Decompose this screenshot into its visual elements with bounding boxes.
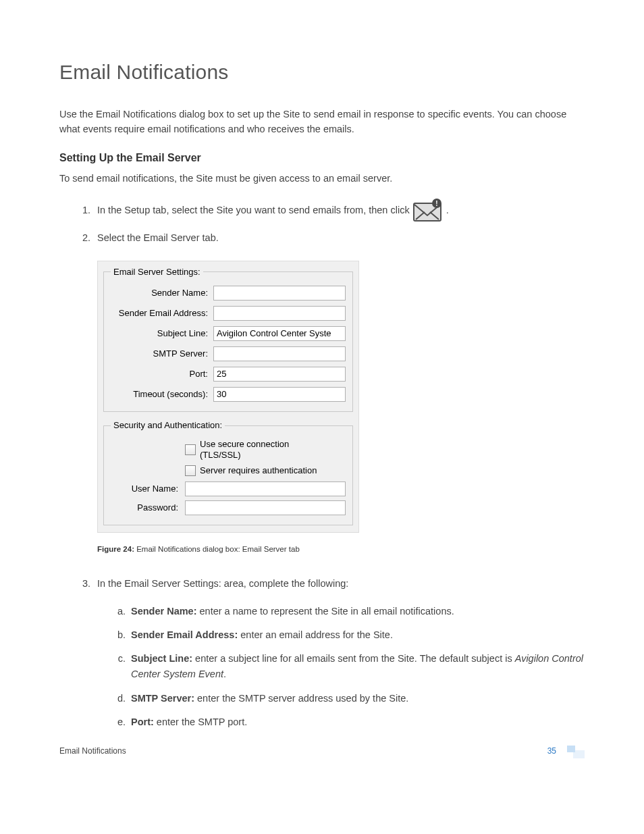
row-port: Port: 25 [111, 367, 346, 382]
input-username[interactable] [185, 481, 346, 496]
figure-caption: Figure 24: Email Notifications dialog bo… [97, 544, 585, 556]
checkbox-requires-auth[interactable] [185, 465, 196, 476]
step-1-text-b: . [446, 203, 449, 217]
sub-b: Sender Email Address: enter an email add… [128, 627, 585, 651]
input-sender-name[interactable] [213, 286, 346, 301]
footer-left: Email Notifications [59, 746, 126, 756]
input-password[interactable] [185, 500, 346, 515]
label-username: User Name: [111, 482, 185, 496]
label-sender-email: Sender Email Address: [111, 307, 213, 320]
label-timeout: Timeout (seconds): [111, 388, 213, 401]
input-smtp[interactable] [213, 346, 346, 361]
sub-d: SMTP Server: enter the SMTP server addre… [128, 691, 585, 714]
email-server-dialog: Email Server Settings: Sender Name: Send… [97, 261, 359, 533]
section-intro: To send email notifications, the Site mu… [59, 171, 585, 186]
sub-c: Subject Line: enter a subject line for a… [128, 651, 585, 690]
sub-a: Sender Name: enter a name to represent t… [128, 604, 585, 627]
page-footer: Email Notifications 35 [59, 746, 585, 756]
step-1: In the Setup tab, select the Site you wa… [93, 198, 585, 230]
row-timeout: Timeout (seconds): 30 [111, 387, 346, 402]
input-port[interactable]: 25 [213, 367, 346, 382]
email-server-dialog-figure: Email Server Settings: Sender Name: Send… [97, 261, 585, 556]
label-use-secure: Use secure connection (TLS/SSL) [200, 439, 315, 460]
row-password: Password: [111, 500, 346, 515]
footer-page-number: 35 [547, 746, 556, 756]
figure-label: Figure 24: [97, 545, 134, 553]
group-legend-2: Security and Authentication: [111, 419, 225, 432]
row-sender-name: Sender Name: [111, 286, 346, 301]
row-requires-auth: Server requires authentication [111, 464, 346, 477]
security-auth-group: Security and Authentication: Use secure … [103, 419, 353, 525]
row-sender-email: Sender Email Address: [111, 306, 346, 321]
checkbox-use-secure[interactable] [185, 444, 196, 455]
row-use-secure: Use secure connection (TLS/SSL) [111, 439, 346, 460]
email-server-settings-group: Email Server Settings: Sender Name: Send… [103, 265, 353, 412]
label-sender-name: Sender Name: [111, 286, 213, 300]
label-password: Password: [111, 501, 185, 515]
step-2: Select the Email Server tab. Email Serve… [93, 230, 585, 576]
row-username: User Name: [111, 481, 346, 496]
steps-list: In the Setup tab, select the Site you wa… [59, 198, 585, 746]
group-legend-1: Email Server Settings: [111, 265, 203, 279]
email-notifications-icon: ! [412, 198, 444, 222]
input-sender-email[interactable] [213, 306, 346, 321]
svg-text:!: ! [435, 200, 437, 207]
figure-text: Email Notifications dialog box: Email Se… [136, 545, 300, 553]
row-subject: Subject Line: Avigilon Control Center Sy… [111, 326, 346, 341]
step-1-text-a: In the Setup tab, select the Site you wa… [97, 203, 410, 217]
label-requires-auth: Server requires authentication [200, 464, 317, 477]
label-port: Port: [111, 367, 213, 381]
label-smtp: SMTP Server: [111, 347, 213, 361]
row-smtp: SMTP Server: [111, 346, 346, 361]
footer-decor-icon [567, 746, 585, 756]
input-timeout[interactable]: 30 [213, 387, 346, 402]
sub-e: Port: enter the SMTP port. [128, 714, 585, 738]
input-subject[interactable]: Avigilon Control Center Syste [213, 326, 346, 341]
intro-paragraph: Use the Email Notifications dialog box t… [59, 107, 585, 137]
step-3-sublist: Sender Name: enter a name to represent t… [97, 604, 585, 738]
section-heading: Setting Up the Email Server [59, 152, 585, 164]
label-subject: Subject Line: [111, 327, 213, 340]
page-title: Email Notifications [59, 61, 585, 84]
step-3: In the Email Server Settings: area, comp… [93, 576, 585, 746]
